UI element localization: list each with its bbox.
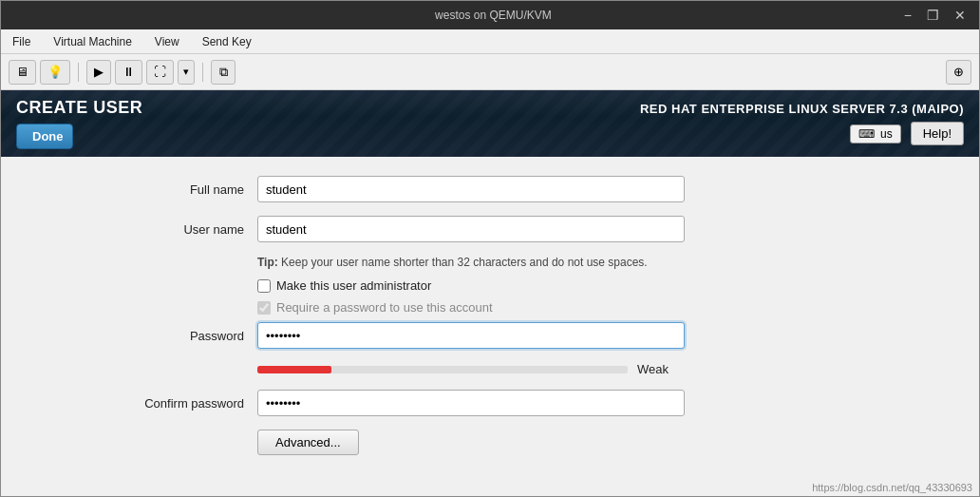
keyboard-icon: ⌨ [858,127,875,141]
password-req-label[interactable]: Require a password to use this account [257,300,493,315]
username-row: User name [39,216,941,242]
strength-row: Weak [39,362,941,376]
done-button[interactable]: Done [16,124,73,149]
tip-prefix: Tip: [257,256,278,269]
admin-checkbox-text: Make this user administrator [276,278,431,293]
title-bar: westos on QEMU/KVM − ❐ ✕ [1,1,979,29]
menu-file[interactable]: File [9,33,34,50]
fullscreen-button[interactable]: ⛶ [146,60,174,85]
strength-bar-container [257,366,628,373]
keyboard-widget[interactable]: ⌨ us [850,124,901,143]
header-right: RED HAT ENTERPRISE LINUX SERVER 7.3 (MAI… [640,102,964,145]
restore-button[interactable]: ❐ [923,8,943,23]
bulb-button[interactable]: 💡 [40,60,70,85]
tip-text: Tip: Keep your user name shorter than 32… [257,256,685,269]
window-controls: − ❐ ✕ [900,8,970,23]
password-row: Password [39,322,941,349]
dropdown-button[interactable]: ▾ [178,60,195,85]
pause-button[interactable]: ⏸ [115,60,142,85]
page-title: CREATE USER [16,98,142,118]
menu-view[interactable]: View [151,33,183,50]
advanced-button[interactable]: Advanced... [257,430,359,455]
window-title: westos on QEMU/KVM [86,9,900,22]
username-input[interactable] [257,216,685,242]
main-content: Full name User name Tip: Keep your user … [1,157,979,497]
admin-checkbox[interactable] [257,279,271,293]
close-button[interactable]: ✕ [951,8,970,23]
strength-bar-fill [257,366,331,373]
fullname-input[interactable] [257,176,685,202]
menu-bar: File Virtual Machine View Send Key [1,29,979,54]
rhel-title: RED HAT ENTERPRISE LINUX SERVER 7.3 (MAI… [640,102,964,116]
help-button[interactable]: Help! [911,122,964,145]
password-input[interactable] [257,322,685,349]
username-label: User name [39,222,257,237]
confirm-password-row: Confirm password [39,390,941,416]
menu-send-key[interactable]: Send Key [198,33,255,50]
fullname-label: Full name [39,182,257,197]
keyboard-lang: us [880,127,893,141]
toolbar-separator-2 [202,63,203,82]
clone-button[interactable]: ⧉ [211,60,236,85]
header-left: CREATE USER Done [16,98,142,149]
tip-content: Keep your user name shorter than 32 char… [278,256,648,269]
strength-label: Weak [637,362,669,376]
create-user-header: CREATE USER Done RED HAT ENTERPRISE LINU… [1,90,979,157]
minimize-button[interactable]: − [900,8,915,23]
confirm-label: Confirm password [39,396,257,411]
password-req-checkbox[interactable] [257,301,271,315]
admin-checkbox-row: Make this user administrator [39,278,941,293]
admin-checkbox-label[interactable]: Make this user administrator [257,278,431,293]
play-button[interactable]: ▶ [86,60,111,85]
password-label: Password [39,329,257,343]
password-req-row: Require a password to use this account [39,300,941,315]
fullname-row: Full name [39,176,941,202]
resize-button[interactable]: ⊕ [946,60,971,85]
watermark: https://blog.csdn.net/qq_43330693 [812,482,972,493]
toolbar: 🖥 💡 ▶ ⏸ ⛶ ▾ ⧉ ⊕ [1,54,979,90]
tip-row: Tip: Keep your user name shorter than 32… [39,256,941,269]
confirm-password-input[interactable] [257,390,685,416]
monitor-button[interactable]: 🖥 [9,60,36,85]
menu-virtual-machine[interactable]: Virtual Machine [49,33,136,50]
watermark-text: https://blog.csdn.net/qq_43330693 [812,482,972,493]
toolbar-separator-1 [78,63,79,82]
password-req-text: Require a password to use this account [276,300,493,315]
advanced-row: Advanced... [39,430,941,455]
